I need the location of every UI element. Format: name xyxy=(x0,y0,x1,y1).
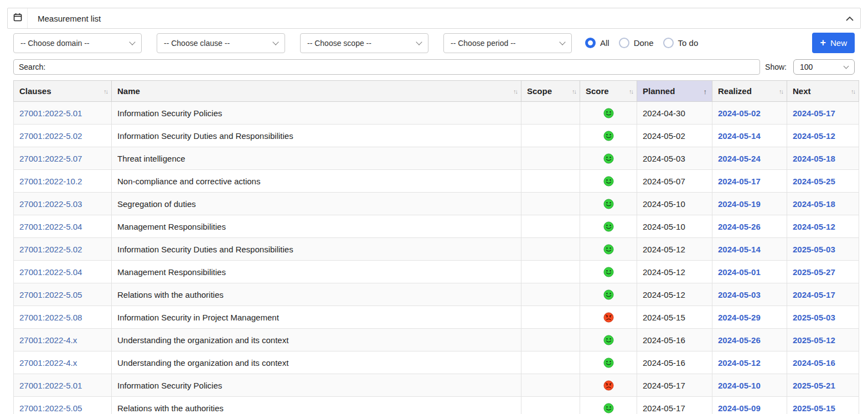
next-link[interactable]: 2024-05-18 xyxy=(793,199,835,209)
sort-both-icon: ↑↓ xyxy=(572,88,576,95)
table-header-row: Clauses ↑↓ Name ↑↓ Scope ↑↓ Score ↑↓ Pla… xyxy=(14,81,859,102)
radio-todo-label: To do xyxy=(678,38,699,48)
new-button[interactable]: + New xyxy=(812,33,855,53)
realized-link[interactable]: 2024-05-14 xyxy=(718,245,761,254)
scope-select[interactable]: -- Choose scope -- xyxy=(300,33,428,53)
clauses-cell: 27001:2022-5.01 xyxy=(14,102,112,125)
col-header-next[interactable]: Next ↑↓ xyxy=(787,81,859,102)
col-header-next-label: Next xyxy=(793,86,811,96)
next-link[interactable]: 2024-05-25 xyxy=(793,177,835,186)
next-cell: 2024-05-17 xyxy=(787,102,859,125)
col-header-planned[interactable]: Planned ↑ xyxy=(637,81,712,102)
clause-link[interactable]: 27001:2022-5.01 xyxy=(19,108,82,118)
realized-link[interactable]: 2024-05-24 xyxy=(718,154,761,163)
next-cell: 2025-05-15 xyxy=(787,397,859,414)
collapse-panel-button[interactable] xyxy=(839,8,860,28)
next-link[interactable]: 2024-05-12 xyxy=(793,131,835,141)
status-filter-radios: All Done To do xyxy=(585,38,707,48)
next-link[interactable]: 2024-05-18 xyxy=(793,154,835,163)
clause-link[interactable]: 27001:2022-5.05 xyxy=(19,290,82,299)
clause-link[interactable]: 27001:2022-5.07 xyxy=(19,154,82,163)
next-cell: 2025-05-27 xyxy=(787,261,859,283)
realized-link[interactable]: 2024-05-12 xyxy=(718,358,761,368)
col-header-name[interactable]: Name ↑↓ xyxy=(112,81,521,102)
plus-icon: + xyxy=(820,38,826,48)
col-header-scope[interactable]: Scope ↑↓ xyxy=(521,81,580,102)
scope-cell xyxy=(521,283,580,306)
table-row: 27001:2022-5.01Information Security Poli… xyxy=(14,374,859,397)
clause-link[interactable]: 27001:2022-5.08 xyxy=(19,313,82,322)
clause-link[interactable]: 27001:2022-5.05 xyxy=(19,403,82,413)
next-cell: 2024-05-12 xyxy=(787,215,859,238)
clause-link[interactable]: 27001:2022-5.04 xyxy=(19,267,82,277)
realized-link[interactable]: 2024-05-01 xyxy=(718,267,761,277)
clause-link[interactable]: 27001:2022-4.x xyxy=(19,335,77,345)
radio-all[interactable]: All xyxy=(585,38,609,48)
period-select-value: -- Choose period -- xyxy=(451,39,516,48)
clause-select[interactable]: -- Choose clause -- xyxy=(157,33,285,53)
clause-link[interactable]: 27001:2022-10.2 xyxy=(19,177,82,186)
col-header-score-label: Score xyxy=(586,86,609,96)
radio-done[interactable]: Done xyxy=(619,38,654,48)
realized-cell: 2024-05-03 xyxy=(712,283,787,306)
next-cell: 2025-05-12 xyxy=(787,329,859,351)
next-link[interactable]: 2025-05-03 xyxy=(793,313,835,322)
realized-cell: 2024-05-17 xyxy=(712,170,787,193)
score-happy-icon xyxy=(603,403,614,413)
next-link[interactable]: 2024-05-17 xyxy=(793,290,835,299)
measurement-table-body: 27001:2022-5.01Information Security Poli… xyxy=(14,102,859,414)
table-row: 27001:2022-5.04Management Responsibiliti… xyxy=(14,261,859,283)
score-cell xyxy=(580,215,637,238)
period-select[interactable]: -- Choose period -- xyxy=(443,33,572,53)
search-box[interactable]: Search: xyxy=(13,59,760,75)
sort-ascending-icon: ↑ xyxy=(704,87,707,95)
realized-link[interactable]: 2024-05-26 xyxy=(718,222,761,231)
radio-todo[interactable]: To do xyxy=(663,38,699,48)
clause-link[interactable]: 27001:2022-5.01 xyxy=(19,381,82,390)
next-link[interactable]: 2024-05-16 xyxy=(793,358,835,368)
realized-link[interactable]: 2024-05-26 xyxy=(718,335,761,345)
next-cell: 2024-05-12 xyxy=(787,125,859,147)
chevron-down-icon xyxy=(559,39,565,45)
next-link[interactable]: 2024-05-12 xyxy=(793,222,835,231)
clause-link[interactable]: 27001:2022-4.x xyxy=(19,358,77,368)
next-link[interactable]: 2025-05-15 xyxy=(793,403,835,413)
chevron-down-icon xyxy=(129,39,135,45)
table-row: 27001:2022-4.xUnderstanding the organiza… xyxy=(14,351,859,374)
realized-link[interactable]: 2024-05-19 xyxy=(718,199,761,209)
next-link[interactable]: 2025-05-03 xyxy=(793,245,835,254)
clause-link[interactable]: 27001:2022-5.04 xyxy=(19,222,82,231)
clause-link[interactable]: 27001:2022-5.02 xyxy=(19,245,82,254)
planned-cell: 2024-05-15 xyxy=(637,306,712,329)
name-cell: Segregation of duties xyxy=(112,193,521,215)
score-cell xyxy=(580,397,637,414)
name-cell: Threat intelligence xyxy=(112,147,521,170)
col-header-realized[interactable]: Realized ↑↓ xyxy=(712,81,787,102)
col-header-score[interactable]: Score ↑↓ xyxy=(580,81,637,102)
next-link[interactable]: 2025-05-12 xyxy=(793,335,835,345)
search-input[interactable] xyxy=(50,60,755,74)
next-link[interactable]: 2025-05-27 xyxy=(793,267,835,277)
domain-select[interactable]: -- Choose domain -- xyxy=(13,33,142,53)
show-entries-select[interactable]: 100 xyxy=(793,59,855,75)
score-happy-icon xyxy=(603,244,614,255)
realized-link[interactable]: 2024-05-17 xyxy=(718,177,761,186)
chevron-down-icon xyxy=(416,39,422,45)
realized-link[interactable]: 2024-05-29 xyxy=(718,313,761,322)
realized-link[interactable]: 2024-05-03 xyxy=(718,290,761,299)
planned-cell: 2024-05-12 xyxy=(637,238,712,261)
realized-link[interactable]: 2024-05-02 xyxy=(718,108,761,118)
name-cell: Information Security in Project Manageme… xyxy=(112,306,521,329)
name-cell: Understanding the organization and its c… xyxy=(112,351,521,374)
planned-cell: 2024-05-03 xyxy=(637,147,712,170)
radio-all-label: All xyxy=(600,38,609,48)
next-link[interactable]: 2024-05-17 xyxy=(793,108,835,118)
calendar-button[interactable] xyxy=(8,8,28,28)
clause-link[interactable]: 27001:2022-5.03 xyxy=(19,199,82,209)
clause-link[interactable]: 27001:2022-5.02 xyxy=(19,131,82,141)
col-header-clauses[interactable]: Clauses ↑↓ xyxy=(14,81,112,102)
next-link[interactable]: 2025-05-21 xyxy=(793,381,835,390)
realized-link[interactable]: 2024-05-14 xyxy=(718,131,761,141)
realized-link[interactable]: 2024-05-09 xyxy=(718,403,761,413)
realized-link[interactable]: 2024-05-10 xyxy=(718,381,761,390)
